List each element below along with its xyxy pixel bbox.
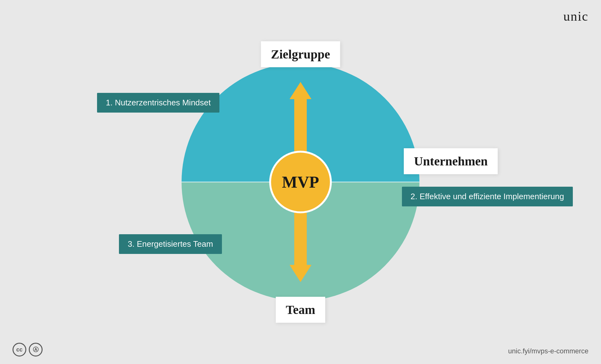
tag1-text: 1. Nutzerzentrisches Mindset [106, 98, 211, 107]
unic-logo: unic [563, 9, 588, 24]
logo-text: unic [563, 9, 588, 23]
team-text: Team [286, 303, 315, 317]
tag3-text: 3. Energetisiertes Team [128, 239, 213, 249]
zielgruppe-text: Zielgruppe [271, 47, 330, 61]
arrow-head-down-icon [290, 265, 311, 282]
unternehmen-label-box: Unternehmen [404, 148, 498, 174]
unternehmen-text: Unternehmen [414, 154, 488, 168]
mvp-label: MVP [282, 173, 319, 191]
tag2-text: 2. Effektive und effiziente Implementier… [411, 192, 564, 201]
arrow-head-up-icon [290, 82, 311, 99]
tag-nutzerzentrisches: 1. Nutzerzentrisches Mindset [97, 93, 219, 113]
zielgruppe-label-box: Zielgruppe [261, 41, 340, 67]
bottom-url: unic.fyi/mvps-e-commerce [508, 347, 588, 355]
page: unic unic.fyi/mvps-e-commerce cc Ⓐ MVP Z… [0, 0, 601, 364]
tag-energetisiertes-team: 3. Energetisiertes Team [119, 234, 222, 254]
mvp-circle: MVP [269, 151, 332, 213]
mvp-diagram: MVP Zielgruppe Team Unternehmen 1. Nutze… [160, 41, 441, 323]
tag-implementierung: 2. Effektive und effiziente Implementier… [402, 187, 573, 206]
team-label-box: Team [276, 297, 325, 323]
cc-icons-group: cc Ⓐ [13, 343, 43, 356]
cc-icon: cc [13, 343, 26, 356]
by-icon: Ⓐ [29, 343, 43, 356]
